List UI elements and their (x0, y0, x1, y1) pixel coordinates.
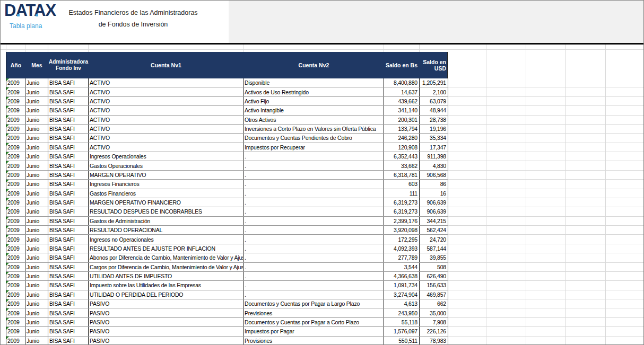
cell-saldo-bs[interactable]: 55,118 (384, 318, 420, 326)
cell-mes[interactable]: Junio (25, 299, 48, 308)
cell-saldo-usd[interactable]: 2,100 (420, 87, 448, 96)
cell-cuenta-nv1[interactable]: ACTIVO (89, 116, 243, 124)
cell-admin[interactable]: BISA SAFI (48, 263, 89, 271)
cell-cuenta-nv2[interactable]: Documentos y Cuentas Pendientes de Cobro (243, 134, 384, 142)
cell-saldo-bs[interactable]: 6,319,273 (384, 198, 420, 207)
cell-mes[interactable]: Junio (25, 180, 48, 188)
cell-saldo-usd[interactable]: 911,398 (420, 152, 448, 161)
cell-saldo-bs[interactable]: 6,319,273 (384, 207, 420, 216)
cell-saldo-usd[interactable]: 562,424 (420, 226, 448, 234)
cell-cuenta-nv1[interactable]: Impuesto sobre las Utilidades de las Emp… (89, 281, 243, 289)
cell-saldo-bs[interactable]: 1,091,734 (384, 281, 420, 289)
cell-cuenta-nv2[interactable]: . (243, 253, 384, 262)
cell-cuenta-nv2[interactable]: . (243, 281, 384, 289)
cell-mes[interactable]: Junio (25, 281, 48, 289)
cell-mes[interactable]: Junio (25, 318, 48, 326)
cell-cuenta-nv2[interactable]: . (243, 290, 384, 299)
cell-mes[interactable]: Junio (25, 78, 48, 87)
cell-ano[interactable]: 2009 (6, 244, 25, 253)
cell-cuenta-nv1[interactable]: UTILIDAD ANTES DE IMPUESTO (89, 272, 243, 280)
cell-cuenta-nv2[interactable]: . (243, 226, 384, 234)
cell-saldo-bs[interactable]: 277,789 (384, 253, 420, 262)
cell-ano[interactable]: 2009 (6, 290, 25, 299)
cell-cuenta-nv1[interactable]: RESULTADO OPERACIONAL (89, 226, 243, 234)
cell-cuenta-nv2[interactable]: Provisiones (243, 337, 384, 345)
cell-ano[interactable]: 2009 (6, 207, 25, 216)
cell-ano[interactable]: 2009 (6, 263, 25, 271)
cell-admin[interactable]: BISA SAFI (48, 235, 89, 243)
cell-admin[interactable]: BISA SAFI (48, 226, 89, 234)
cell-cuenta-nv2[interactable]: . (243, 171, 384, 179)
cell-cuenta-nv2[interactable]: Impuestos por Pagar (243, 327, 384, 335)
cell-admin[interactable]: BISA SAFI (48, 78, 89, 87)
cell-admin[interactable]: BISA SAFI (48, 134, 89, 142)
cell-admin[interactable]: BISA SAFI (48, 106, 89, 114)
cell-saldo-usd[interactable]: 508 (420, 263, 448, 271)
cell-saldo-usd[interactable]: 63,079 (420, 97, 448, 105)
cell-saldo-usd[interactable]: 39,855 (420, 253, 448, 262)
cell-saldo-usd[interactable]: 226,126 (420, 327, 448, 335)
cell-ano[interactable]: 2009 (6, 97, 25, 105)
cell-mes[interactable]: Junio (25, 106, 48, 114)
cell-cuenta-nv1[interactable]: Abonos por Diferencia de Cambio, Manteni… (89, 253, 243, 262)
cell-cuenta-nv2[interactable]: . (243, 235, 384, 243)
cell-saldo-usd[interactable]: 28,738 (420, 116, 448, 124)
cell-saldo-bs[interactable]: 33,662 (384, 161, 420, 170)
cell-saldo-usd[interactable]: 86 (420, 180, 448, 188)
cell-cuenta-nv2[interactable]: . (243, 180, 384, 188)
cell-cuenta-nv2[interactable]: . (243, 198, 384, 207)
cell-ano[interactable]: 2009 (6, 198, 25, 207)
cell-cuenta-nv1[interactable]: ACTIVO (89, 143, 243, 152)
cell-cuenta-nv1[interactable]: ACTIVO (89, 97, 243, 105)
cell-mes[interactable]: Junio (25, 263, 48, 271)
cell-admin[interactable]: BISA SAFI (48, 253, 89, 262)
cell-saldo-bs[interactable]: 550,511 (384, 337, 420, 345)
cell-saldo-usd[interactable]: 662 (420, 299, 448, 308)
cell-cuenta-nv2[interactable]: . (243, 189, 384, 198)
cell-saldo-usd[interactable]: 24,720 (420, 235, 448, 243)
cell-ano[interactable]: 2009 (6, 180, 25, 188)
cell-saldo-usd[interactable]: 35,000 (420, 308, 448, 317)
tabla-plana-link[interactable]: Tabla plana (10, 22, 42, 30)
cell-mes[interactable]: Junio (25, 97, 48, 105)
cell-cuenta-nv2[interactable]: Inversiones a Corto Plazo en Valores sin… (243, 125, 384, 133)
cell-saldo-usd[interactable]: 906,568 (420, 171, 448, 179)
cell-mes[interactable]: Junio (25, 244, 48, 253)
cell-saldo-bs[interactable]: 120,908 (384, 143, 420, 152)
cell-saldo-usd[interactable]: 35,334 (420, 134, 448, 142)
cell-cuenta-nv1[interactable]: ACTIVO (89, 106, 243, 114)
cell-mes[interactable]: Junio (25, 272, 48, 280)
cell-admin[interactable]: BISA SAFI (48, 125, 89, 133)
cell-saldo-bs[interactable]: 603 (384, 180, 420, 188)
col-header-saldo-usd[interactable]: Saldo en USD (420, 52, 448, 78)
cell-mes[interactable]: Junio (25, 217, 48, 225)
cell-ano[interactable]: 2009 (6, 281, 25, 289)
cell-cuenta-nv2[interactable]: Activo Intangible (243, 106, 384, 114)
cell-saldo-bs[interactable]: 133,794 (384, 125, 420, 133)
cell-saldo-usd[interactable]: 1,205,291 (420, 78, 448, 87)
cell-ano[interactable]: 2009 (6, 116, 25, 124)
cell-cuenta-nv1[interactable]: UTILIDAD O PERDIDA DEL PERIODO (89, 290, 243, 299)
cell-cuenta-nv2[interactable]: Documentos y Cuentas por Pagar a Largo P… (243, 299, 384, 308)
cell-cuenta-nv2[interactable]: Activos de Uso Restringido (243, 87, 384, 96)
cell-saldo-usd[interactable]: 156,633 (420, 281, 448, 289)
cell-admin[interactable]: BISA SAFI (48, 290, 89, 299)
cell-saldo-bs[interactable]: 200,301 (384, 116, 420, 124)
cell-ano[interactable]: 2009 (6, 299, 25, 308)
cell-cuenta-nv2[interactable]: . (243, 217, 384, 225)
cell-saldo-bs[interactable]: 1,576,097 (384, 327, 420, 335)
cell-ano[interactable]: 2009 (6, 337, 25, 345)
cell-mes[interactable]: Junio (25, 337, 48, 345)
cell-cuenta-nv1[interactable]: MARGEN OPERATIVO (89, 171, 243, 179)
cell-ano[interactable]: 2009 (6, 272, 25, 280)
cell-mes[interactable]: Junio (25, 189, 48, 198)
col-header-cuenta-nv1[interactable]: Cuenta Nv1 (89, 52, 243, 78)
col-header-ano[interactable]: Año (6, 52, 25, 78)
cell-saldo-bs[interactable]: 439,662 (384, 97, 420, 105)
cell-cuenta-nv1[interactable]: ACTIVO (89, 87, 243, 96)
cell-admin[interactable]: BISA SAFI (48, 207, 89, 216)
cell-ano[interactable]: 2009 (6, 226, 25, 234)
cell-saldo-usd[interactable]: 344,215 (420, 217, 448, 225)
cell-ano[interactable]: 2009 (6, 253, 25, 262)
cell-cuenta-nv1[interactable]: ACTIVO (89, 125, 243, 133)
